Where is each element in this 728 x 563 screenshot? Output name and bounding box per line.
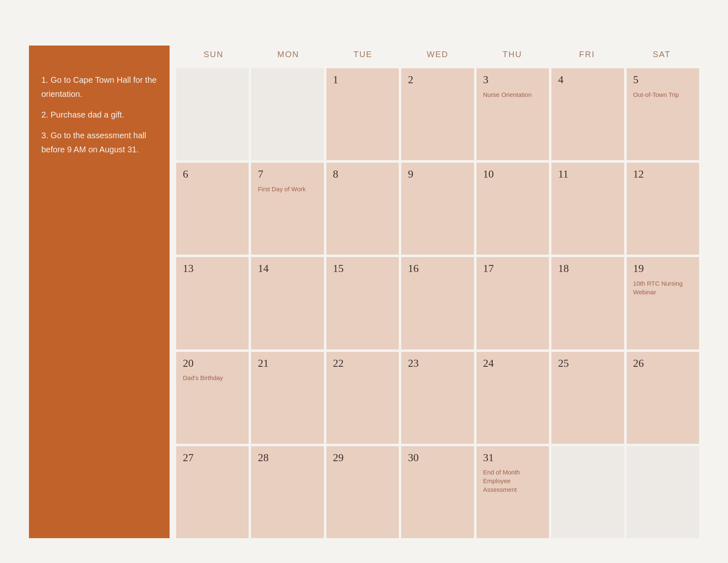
cell-number: 19 (633, 263, 692, 275)
cell-number: 3 (483, 74, 542, 86)
cell-number: 5 (633, 74, 692, 86)
calendar-cell: 22 (326, 352, 399, 444)
cell-number: 13 (183, 263, 242, 275)
cell-number: 15 (333, 263, 392, 275)
calendar-cell: 20Dad's Birthday (176, 352, 249, 444)
calendar-cell: 1 (326, 68, 399, 160)
calendar-week-3: 1314151617181910th RTC Nursing Webinar (176, 257, 699, 349)
cell-number: 2 (408, 74, 467, 86)
cell-number: 6 (183, 168, 242, 180)
cell-number: 24 (483, 358, 542, 370)
day-header-tue: TUE (326, 46, 400, 66)
calendar-cell: 4 (551, 68, 624, 160)
calendar-cell: 28 (251, 446, 323, 538)
calendar-cell: 17 (477, 257, 549, 349)
calendar-section: SUNMONTUEWEDTHUFRISAT 123Nurse Orientati… (176, 46, 699, 538)
day-header-thu: THU (475, 46, 550, 66)
calendar-cell (627, 446, 699, 538)
cell-number: 27 (183, 452, 242, 464)
day-header-mon: MON (251, 46, 326, 66)
calendar-cell: 7First Day of Work (251, 163, 323, 255)
calendar-cell: 25 (551, 352, 624, 444)
notes-section: 1. Go to Cape Town Hall for the orientat… (29, 46, 170, 538)
notes-body: 1. Go to Cape Town Hall for the orientat… (29, 60, 170, 538)
calendar-cell: 11 (551, 163, 624, 255)
cell-number: 28 (258, 452, 317, 464)
calendar-cell: 23 (401, 352, 474, 444)
cell-number: 1 (333, 74, 392, 86)
cell-event: Nurse Orientation (483, 90, 542, 99)
cell-event: Dad's Birthday (183, 373, 242, 382)
calendar-cell: 1910th RTC Nursing Webinar (627, 257, 699, 349)
calendar-cell: 24 (477, 352, 549, 444)
cell-number: 12 (633, 168, 692, 180)
cell-number: 20 (183, 358, 242, 370)
cell-number: 16 (408, 263, 467, 275)
calendar-cell (551, 446, 624, 538)
cell-number: 11 (558, 168, 617, 180)
calendar-grid: 123Nurse Orientation45Out-of-Town Trip67… (176, 68, 699, 538)
main-content: 1. Go to Cape Town Hall for the orientat… (29, 46, 699, 538)
calendar-week-5: 2728293031End of Month Employee Assessme… (176, 446, 699, 538)
cell-number: 9 (408, 168, 467, 180)
calendar-cell: 12 (627, 163, 699, 255)
calendar-week-1: 123Nurse Orientation45Out-of-Town Trip (176, 68, 699, 160)
calendar-cell: 2 (401, 68, 474, 160)
cell-number: 18 (558, 263, 617, 275)
calendar-cell: 13 (176, 257, 249, 349)
cell-event: End of Month Employee Assessment (483, 468, 542, 494)
calendar-cell: 27 (176, 446, 249, 538)
calendar-cell: 30 (401, 446, 474, 538)
page: 1. Go to Cape Town Hall for the orientat… (0, 0, 728, 563)
note-item: 2. Purchase dad a gift. (41, 108, 157, 122)
calendar-cell: 26 (627, 352, 699, 444)
note-item: 3. Go to the assessment hall before 9 AM… (41, 128, 157, 156)
cell-event: First Day of Work (258, 185, 317, 193)
cell-number: 29 (333, 452, 392, 464)
cell-number: 22 (333, 358, 392, 370)
calendar-cell: 9 (401, 163, 474, 255)
cell-number: 31 (483, 452, 542, 464)
cell-number: 23 (408, 358, 467, 370)
cell-number: 4 (558, 74, 617, 86)
cell-number: 17 (483, 263, 542, 275)
calendar-days-header: SUNMONTUEWEDTHUFRISAT (176, 46, 699, 66)
calendar-cell: 14 (251, 257, 323, 349)
calendar-cell: 10 (477, 163, 549, 255)
calendar-cell: 18 (551, 257, 624, 349)
cell-number: 7 (258, 168, 317, 180)
calendar-cell: 6 (176, 163, 249, 255)
header (29, 25, 699, 29)
calendar-cell: 21 (251, 352, 323, 444)
calendar-cell: 16 (401, 257, 474, 349)
cell-number: 30 (408, 452, 467, 464)
cell-number: 21 (258, 358, 317, 370)
calendar-cell (251, 68, 323, 160)
calendar-cell: 29 (326, 446, 399, 538)
calendar-week-2: 67First Day of Work89101112 (176, 163, 699, 255)
cell-event: Out-of-Town Trip (633, 90, 692, 99)
calendar-cell: 5Out-of-Town Trip (627, 68, 699, 160)
cell-event: 10th RTC Nursing Webinar (633, 279, 692, 296)
calendar-cell: 15 (326, 257, 399, 349)
cell-number: 14 (258, 263, 317, 275)
calendar-cell (176, 68, 249, 160)
calendar-cell: 31End of Month Employee Assessment (477, 446, 549, 538)
day-header-wed: WED (400, 46, 475, 66)
day-header-sun: SUN (176, 46, 251, 66)
calendar-cell: 3Nurse Orientation (477, 68, 549, 160)
cell-number: 8 (333, 168, 392, 180)
cell-number: 25 (558, 358, 617, 370)
cell-number: 10 (483, 168, 542, 180)
note-item: 1. Go to Cape Town Hall for the orientat… (41, 73, 157, 101)
calendar-cell: 8 (326, 163, 399, 255)
day-header-fri: FRI (550, 46, 625, 66)
cell-number: 26 (633, 358, 692, 370)
day-header-sat: SAT (624, 46, 699, 66)
calendar-week-4: 20Dad's Birthday212223242526 (176, 352, 699, 444)
notes-header (29, 46, 170, 60)
